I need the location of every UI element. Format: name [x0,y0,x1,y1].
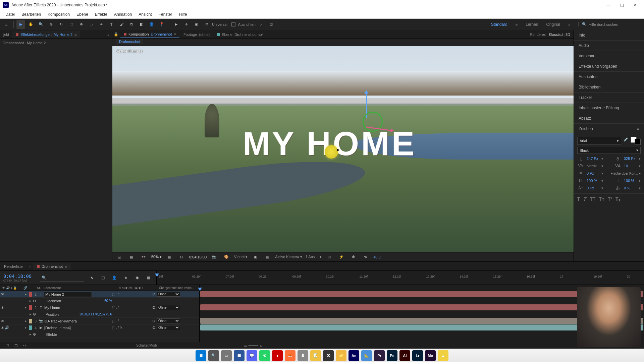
layer-row[interactable]: 👁🔊▸4▶[Drohne...t.mp4]⬚ . / fx⊙ Ohne [0,324,199,331]
layer-row[interactable]: 👁▸1TMy Home 2⬚ . / ⊙ Ohne [0,291,199,298]
channel-icon[interactable]: ▦ [127,253,136,261]
panel-character[interactable]: Zeichen≡ [574,124,644,134]
baseline-value[interactable]: 0 Px [587,186,599,190]
guide-icon[interactable]: ⊡ [177,253,186,261]
tsume-value[interactable]: 0 % [624,186,636,190]
view-axis-icon[interactable]: ▣ [192,20,201,29]
comp-breadcrumb[interactable]: Drohnenshot [116,39,143,44]
snap-icon[interactable]: ⟋ [257,20,266,29]
taskbar-app[interactable]: ▭ [221,350,232,361]
shape-tool[interactable]: ▭ [87,20,96,29]
menu-edit[interactable]: Bearbeiten [18,11,44,18]
tracking-value[interactable]: 10 [624,164,636,168]
leading-value[interactable]: 325 Px [624,157,636,161]
subscript-button[interactable]: T₁ [615,196,621,202]
renderer-dropdown[interactable]: Klassisch 3D [549,33,570,37]
pen-tool[interactable]: ✒ [97,20,106,29]
taskbar-app[interactable]: 💬 [247,350,257,361]
local-axis-icon[interactable]: ▶ [172,20,180,29]
transparency-icon[interactable]: ▦ [263,253,272,261]
menu-file[interactable]: Datei [2,11,18,18]
panel-content-fill[interactable]: Inhaltsbasierte Füllung [574,103,644,113]
snapshot-icon[interactable]: 📷 [210,253,219,261]
panel-preview[interactable]: Vorschau [574,51,644,61]
kerning-value[interactable]: Metrik [587,164,599,168]
taskbar-app[interactable]: ▦ [234,350,245,361]
workspace-standard[interactable]: Standard [491,22,507,27]
workspace-original[interactable]: Original [546,22,560,27]
shy-icon[interactable]: 👤 [110,274,119,282]
taskbar-app[interactable]: 🔍 [208,350,219,361]
allcaps-button[interactable]: TT [590,196,595,202]
roto-tool[interactable]: 👤 [147,20,156,29]
panel-libraries[interactable]: Bibliotheken [574,82,644,93]
home-icon[interactable]: ⌂ [2,20,11,29]
draft3d-icon[interactable]: ◫ [99,274,107,282]
stroke-color[interactable] [635,139,641,145]
layer-row[interactable]: ▸⊙Position2810,9,1178,2,6775,6 [0,311,199,318]
taskbar-app[interactable]: Lr [412,350,423,361]
layer-search[interactable]: 🔍 [40,274,84,282]
exposure-reset-icon[interactable]: ⟲ [361,253,370,261]
bold-button[interactable]: T [577,196,580,202]
taskbar-app[interactable]: 📁 [336,350,346,361]
playhead[interactable] [157,271,157,285]
taskbar-app[interactable]: Me [425,350,436,361]
align-checkbox[interactable] [231,22,235,26]
menu-layer[interactable]: Ebene [73,11,92,18]
layer-row[interactable]: 👁▸3📷3D-Tracker-Kamera⬚ . / ⊙ Ohne [0,318,199,324]
orbit-tool[interactable]: ⊕ [47,20,55,29]
camera-dropdown[interactable]: Aktive Kamera ▾ [275,255,302,259]
taskbar-app[interactable]: ⊞ [196,350,206,361]
hscale-value[interactable]: 100 % [624,179,636,183]
color-icon[interactable]: 🎨 [222,253,231,261]
eyedropper-icon[interactable]: 💉 [623,137,629,142]
roi-icon[interactable]: ▣ [251,253,260,261]
alpha-icon[interactable]: ◱ [115,253,124,261]
superscript-button[interactable]: T¹ [608,196,612,202]
puppet-tool[interactable]: 📍 [157,20,166,29]
taskbar-app[interactable]: ⦿ [323,350,334,361]
text-tool[interactable]: T [107,20,116,29]
brush-tool[interactable]: 🖌 [117,20,126,29]
layer-row[interactable]: ▸⊙Deckkraft60 % [0,298,199,304]
frame-blend-icon[interactable]: ◈ [121,274,130,282]
fast-preview-icon[interactable]: ⚡ [337,253,346,261]
menu-effects[interactable]: Effekte [92,11,111,18]
menu-composition[interactable]: Komposition [44,11,73,18]
pixel-aspect-icon[interactable]: ⊞ [325,253,334,261]
comp-flowchart-icon[interactable]: ⬊ [87,274,96,282]
graph-editor-icon[interactable]: ▦ [144,274,153,282]
vscale-value[interactable]: 100 % [587,179,599,183]
layer-row[interactable]: ▸⊙Effekte [0,331,199,338]
switches-modes-toggle[interactable]: Schalter/Modi [136,344,157,347]
tabs-overflow-icon[interactable]: » [105,33,112,37]
tab-layer[interactable]: Ebene Drohnenshot.mp4 [214,31,267,38]
current-timecode[interactable]: 0:04:18:00 [3,274,37,279]
stroke-width-value[interactable]: 0 Px [587,171,599,175]
menu-view[interactable]: Ansicht [135,11,155,18]
universal-icon[interactable]: ⟲ [202,20,211,29]
panel-align[interactable]: Ausrichten [574,72,644,82]
italic-button[interactable]: T [584,196,587,202]
mask-icon[interactable]: 👓 [139,253,148,261]
composition-viewport[interactable]: Aktive Kamera MY HOME ➤ [112,46,574,252]
tab-project[interactable]: jekt [0,31,12,38]
smallcaps-button[interactable]: Tᴛ [599,196,604,202]
tab-timeline-comp[interactable]: Drohnenshot≡ [33,263,71,270]
help-search[interactable]: 🔍 Hilfe durchsuchen [578,22,639,26]
taskbar-app[interactable]: Ps [387,350,397,361]
resolution-dropdown[interactable]: Viertel ▾ [234,255,248,259]
taskbar-app[interactable]: 📝 [310,350,321,361]
taskbar-app[interactable]: Pr [374,350,385,361]
zoom-tool[interactable]: 🔍 [37,20,45,29]
panel-info[interactable]: Info [574,30,644,41]
timecode-display[interactable]: 0:04:18:00 [189,255,207,259]
pan-behind-tool[interactable]: ✥ [77,20,86,29]
comp-lock-icon[interactable]: 🔒 [112,31,120,38]
panel-audio[interactable]: Audio [574,41,644,51]
camera-tool[interactable]: ⬚ [67,20,75,29]
tab-effect-controls[interactable]: Effekteinstellungen My Home 2 ≡ [12,31,80,38]
minimize-button[interactable]: — [602,1,614,9]
taskbar-app[interactable]: ● [272,350,283,361]
